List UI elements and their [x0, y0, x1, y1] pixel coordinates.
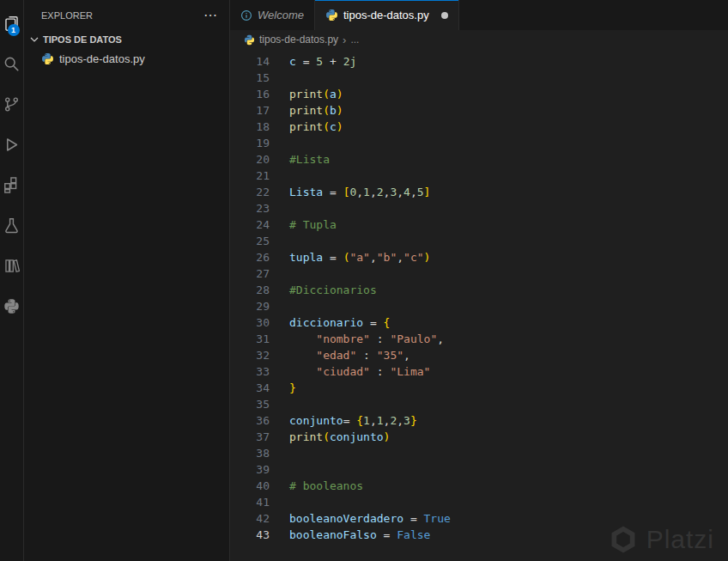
- code-line[interactable]: 29: [230, 298, 728, 314]
- code-line[interactable]: 31 "nombre" : "Paulo",: [230, 331, 728, 347]
- code-line[interactable]: 17print(b): [230, 102, 728, 119]
- code-line[interactable]: 25: [230, 233, 728, 249]
- activity-library-button[interactable]: [0, 246, 24, 286]
- line-number[interactable]: 24: [230, 216, 270, 233]
- code-text: print(c): [270, 119, 343, 135]
- line-number[interactable]: 36: [230, 412, 270, 429]
- vscode-window: 1: [0, 0, 728, 561]
- code-line[interactable]: 37print(conjunto): [230, 429, 728, 445]
- python-file-icon: [244, 34, 255, 46]
- tab-welcome[interactable]: Welcome: [230, 0, 315, 30]
- code-line[interactable]: 24# Tupla: [230, 216, 728, 233]
- line-number[interactable]: 26: [230, 249, 270, 265]
- beaker-icon: [3, 217, 20, 234]
- line-number[interactable]: 38: [230, 445, 270, 461]
- line-number[interactable]: 30: [230, 314, 270, 331]
- line-number[interactable]: 17: [230, 102, 270, 119]
- unsaved-dot-icon[interactable]: [441, 12, 448, 19]
- code-line[interactable]: 42booleanoVerdadero = True: [230, 510, 728, 527]
- code-text: conjunto= {1,1,2,3}: [270, 412, 417, 429]
- code-line[interactable]: 41: [230, 494, 728, 510]
- line-number[interactable]: 31: [230, 331, 270, 347]
- activity-bar: 1: [0, 0, 24, 561]
- code-text: diccionario = {: [270, 314, 390, 331]
- line-number[interactable]: 37: [230, 429, 270, 445]
- code-line[interactable]: 23: [230, 200, 728, 216]
- activity-explorer-button[interactable]: 1: [0, 3, 24, 44]
- code-line[interactable]: 21: [230, 168, 728, 184]
- line-number[interactable]: 41: [230, 494, 270, 510]
- book-icon: [3, 258, 20, 274]
- extensions-icon: [3, 177, 20, 193]
- code-line[interactable]: 43booleanoFalso = False: [230, 527, 728, 543]
- line-number[interactable]: 19: [230, 135, 270, 151]
- line-number[interactable]: 21: [230, 168, 270, 184]
- line-number[interactable]: 23: [230, 200, 270, 216]
- code-text: #Lista: [270, 151, 330, 168]
- code-line[interactable]: 28#Diccionarios: [230, 282, 728, 298]
- breadcrumb-symbol[interactable]: ...: [350, 34, 359, 46]
- line-number[interactable]: 39: [230, 461, 270, 478]
- line-number[interactable]: 33: [230, 363, 270, 380]
- editor-group: Welcome tipos-de-datos.py tipos-de-datos…: [230, 0, 728, 561]
- line-number[interactable]: 42: [230, 510, 270, 527]
- line-number[interactable]: 35: [230, 396, 270, 412]
- line-number[interactable]: 18: [230, 119, 270, 135]
- activity-python-button[interactable]: [0, 286, 24, 326]
- line-number[interactable]: 29: [230, 298, 270, 314]
- code-text: [270, 233, 289, 249]
- welcome-tab-icon: [240, 9, 252, 21]
- code-line[interactable]: 26tupla = ("a","b","c"): [230, 249, 728, 265]
- code-line[interactable]: 14c = 5 + 2j: [230, 53, 728, 70]
- line-number[interactable]: 28: [230, 282, 270, 298]
- code-line[interactable]: 18print(c): [230, 119, 728, 135]
- code-line[interactable]: 39: [230, 461, 728, 478]
- code-text: "nombre" : "Paulo",: [270, 331, 444, 347]
- activity-extensions-button[interactable]: [0, 165, 24, 205]
- code-line[interactable]: 38: [230, 445, 728, 461]
- code-line[interactable]: 15: [230, 70, 728, 86]
- line-number[interactable]: 34: [230, 380, 270, 396]
- breadcrumb-file[interactable]: tipos-de-datos.py: [259, 34, 338, 46]
- code-line[interactable]: 30diccionario = {: [230, 314, 728, 331]
- activity-search-button[interactable]: [0, 44, 24, 84]
- code-line[interactable]: 35: [230, 396, 728, 412]
- activity-testing-button[interactable]: [0, 205, 24, 246]
- code-text: [270, 265, 289, 282]
- line-number[interactable]: 27: [230, 265, 270, 282]
- python-file-icon: [41, 52, 54, 65]
- code-text: print(a): [270, 86, 343, 102]
- code-line[interactable]: 33 "ciudad" : "Lima": [230, 363, 728, 380]
- line-number[interactable]: 16: [230, 86, 270, 102]
- code-line[interactable]: 27: [230, 265, 728, 282]
- line-number[interactable]: 25: [230, 233, 270, 249]
- code-editor[interactable]: 14c = 5 + 2j1516print(a)17print(b)18prin…: [230, 49, 728, 561]
- code-line[interactable]: 40# booleanos: [230, 478, 728, 494]
- code-line[interactable]: 20#Lista: [230, 151, 728, 168]
- code-text: [270, 135, 289, 151]
- line-number[interactable]: 14: [230, 53, 270, 70]
- code-line[interactable]: 36conjunto= {1,1,2,3}: [230, 412, 728, 429]
- line-number[interactable]: 32: [230, 347, 270, 363]
- tab-label: Welcome: [258, 9, 304, 21]
- sidebar-folder-tipos-de-datos[interactable]: TIPOS DE DATOS: [24, 30, 229, 49]
- code-line[interactable]: 34}: [230, 380, 728, 396]
- code-line[interactable]: 22Lista = [0,1,2,3,4,5]: [230, 184, 728, 200]
- line-number[interactable]: 15: [230, 70, 270, 86]
- code-line[interactable]: 32 "edad" : "35",: [230, 347, 728, 363]
- code-line[interactable]: 16print(a): [230, 86, 728, 102]
- tab-tipos-de-datos[interactable]: tipos-de-datos.py: [315, 0, 459, 30]
- code-text: c = 5 + 2j: [270, 53, 356, 70]
- sidebar-file-tipos-de-datos[interactable]: tipos-de-datos.py: [24, 49, 229, 68]
- git-branch-icon: [3, 96, 20, 113]
- line-number[interactable]: 20: [230, 151, 270, 168]
- line-number[interactable]: 43: [230, 527, 270, 543]
- line-number[interactable]: 22: [230, 184, 270, 200]
- code-text: }: [270, 380, 296, 396]
- activity-source-control-button[interactable]: [0, 84, 24, 125]
- line-number[interactable]: 40: [230, 478, 270, 494]
- explorer-badge: 1: [8, 24, 20, 36]
- code-line[interactable]: 19: [230, 135, 728, 151]
- more-actions-icon[interactable]: ⋯: [203, 9, 217, 22]
- activity-run-debug-button[interactable]: [0, 125, 24, 165]
